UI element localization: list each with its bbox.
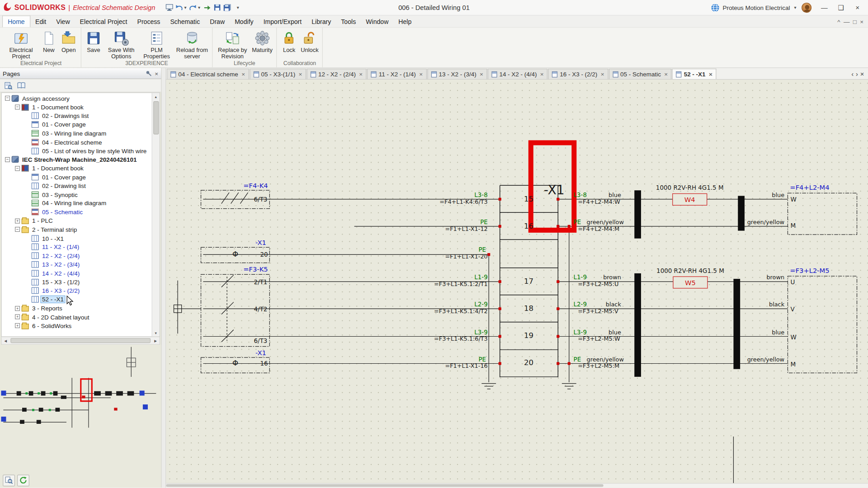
- tree-item[interactable]: +1 - PLC: [3, 216, 151, 225]
- close-tab-icon[interactable]: ×: [480, 71, 483, 78]
- wire-dest-label[interactable]: =F3+L1-K5.1:6/T3: [434, 335, 488, 342]
- close-tab-icon[interactable]: ×: [298, 71, 302, 78]
- wire-color-label[interactable]: green/yellow: [587, 356, 624, 363]
- tree-item[interactable]: 04 - Wiring line diagram: [3, 199, 151, 207]
- collapse-ribbon-icon[interactable]: ^: [837, 18, 840, 25]
- tree-item[interactable]: 01 - Cover page: [3, 120, 151, 129]
- lock-button[interactable]: Lock: [279, 29, 299, 54]
- collapse-icon[interactable]: −: [5, 157, 10, 162]
- tree-item[interactable]: 10 - -X1: [3, 234, 151, 243]
- menu-process[interactable]: Process: [132, 15, 165, 27]
- wire-color-label[interactable]: blue: [772, 192, 784, 198]
- component-tag[interactable]: =F3-K5: [243, 265, 268, 273]
- wire-dest-label[interactable]: =F3+L2-M5:U: [578, 281, 618, 287]
- document-tab[interactable]: 05 - X3-(1/1)×: [250, 69, 306, 79]
- wire-name-label[interactable]: PE: [478, 246, 486, 253]
- wire-dest-label[interactable]: =F4+L2-M4:W: [578, 198, 620, 205]
- zoom-preview-icon[interactable]: [3, 474, 15, 486]
- wire-dest-label[interactable]: =F3+L2-M5:M: [578, 362, 619, 369]
- wire-dest-label[interactable]: =F1+L1-X1-20: [445, 253, 487, 260]
- scrollbar-thumb[interactable]: [10, 338, 151, 343]
- wire-dest-label[interactable]: =F1+L1-X1-16: [445, 362, 487, 369]
- terminal-number[interactable]: 18: [524, 304, 533, 313]
- pin-label[interactable]: 6/T3: [254, 338, 268, 344]
- wire-dest-label[interactable]: =F3+L1-K5.1:4/T2: [434, 308, 488, 314]
- tree-item[interactable]: 12 - X2 - (2/4): [3, 251, 151, 260]
- document-tab[interactable]: 13 - X2 - (3/4)×: [427, 69, 487, 79]
- wire-color-label[interactable]: black: [769, 301, 785, 308]
- mdi-close-icon[interactable]: ×: [860, 18, 863, 25]
- open-button[interactable]: Open: [59, 29, 79, 54]
- export-icon[interactable]: [203, 3, 212, 13]
- page-preview-icon[interactable]: [2, 80, 14, 91]
- replace-by-revision-button[interactable]: Replace by Revision: [215, 29, 250, 61]
- wire-dest-label[interactable]: =F3+L1-K5.1:2/T1: [434, 281, 488, 287]
- scrollbar-thumb[interactable]: [153, 101, 159, 134]
- menu-view[interactable]: View: [51, 15, 75, 27]
- schematic-canvas[interactable]: -X1 15 16 17 18 19 20 =F4-K4 6/T3 -X1 Φ …: [166, 80, 868, 483]
- motor-tag[interactable]: =F3+L2-M5: [790, 267, 829, 274]
- viewer-icon[interactable]: [165, 3, 174, 13]
- pin-icon[interactable]: [146, 70, 151, 76]
- close-active-tab-icon[interactable]: ×: [860, 70, 864, 78]
- tree-item[interactable]: −1 - Document book: [3, 103, 151, 112]
- wire-color-label[interactable]: blue: [772, 329, 784, 336]
- scroll-down-icon[interactable]: ▼: [154, 329, 157, 337]
- wire-name-label[interactable]: PE: [574, 356, 581, 363]
- terminal-symbol[interactable]: Φ: [232, 250, 238, 258]
- wire-name-label[interactable]: L1-9: [474, 274, 487, 281]
- terminal-number[interactable]: 17: [524, 277, 533, 286]
- collapse-icon[interactable]: −: [15, 227, 20, 232]
- wire-dest-label[interactable]: =F3+L2-M5:V: [578, 308, 618, 314]
- menu-electrical-project[interactable]: Electrical Project: [75, 15, 132, 27]
- wire-color-label[interactable]: blue: [609, 329, 621, 336]
- tree-item[interactable]: 03 - Synoptic: [3, 190, 151, 199]
- document-tab[interactable]: 12 - X2 - (2/4)×: [307, 69, 367, 79]
- pin-label[interactable]: 2/T1: [254, 279, 268, 286]
- collapse-icon[interactable]: −: [15, 166, 20, 171]
- motor-tag[interactable]: =F4+L2-M4: [790, 183, 829, 191]
- menu-import-export[interactable]: Import/Export: [259, 15, 307, 27]
- tree-vertical-scrollbar[interactable]: ▲ ▼: [152, 93, 160, 337]
- restore-button[interactable]: ❑: [833, 1, 849, 14]
- tree-item[interactable]: 04 - Electrical scheme: [3, 138, 151, 146]
- scroll-left-icon[interactable]: ◀: [2, 338, 9, 343]
- expand-icon[interactable]: +: [15, 323, 20, 328]
- cable-spec[interactable]: 1000 R2V-RH 4G1.5 M: [656, 184, 724, 191]
- document-tab[interactable]: 05 - Schematic×: [609, 69, 671, 79]
- close-tab-icon[interactable]: ×: [241, 71, 245, 78]
- save-all-icon[interactable]: [223, 3, 232, 13]
- pin-label[interactable]: M: [791, 222, 796, 229]
- tree-item[interactable]: 13 - X2 - (3/4): [3, 260, 151, 269]
- terminal-number[interactable]: 19: [524, 331, 533, 340]
- component-tag[interactable]: =F4-K4: [243, 182, 268, 189]
- tree-item[interactable]: 52 - -X1: [3, 295, 151, 304]
- tree-item[interactable]: 05 - Schematic: [3, 208, 151, 216]
- scrollbar-thumb[interactable]: [166, 484, 603, 487]
- wire-name-label[interactable]: L3-8: [474, 192, 487, 198]
- pin-label[interactable]: M: [791, 361, 796, 368]
- close-button[interactable]: ×: [849, 1, 866, 14]
- tree-item[interactable]: 03 - Wiring line diagram: [3, 129, 151, 138]
- new-button[interactable]: New: [39, 29, 59, 54]
- menu-library[interactable]: Library: [307, 15, 336, 27]
- terminal-number[interactable]: 16: [524, 222, 533, 230]
- close-tab-icon[interactable]: ×: [709, 71, 712, 78]
- pin-label[interactable]: 16: [260, 360, 268, 367]
- pin-label[interactable]: 4/T2: [254, 306, 268, 313]
- save-button[interactable]: Save: [84, 29, 104, 54]
- scroll-up-icon[interactable]: ▲: [154, 93, 157, 100]
- terminal-number[interactable]: 20: [524, 358, 533, 367]
- wire-name-label[interactable]: L1-9: [574, 274, 587, 281]
- menu-home[interactable]: Home: [2, 15, 30, 27]
- tab-scroll-left-icon[interactable]: ‹: [851, 70, 854, 78]
- mdi-minimize-icon[interactable]: —: [844, 18, 849, 25]
- reload-from-server-button[interactable]: Reload from server: [175, 29, 210, 61]
- scroll-right-icon[interactable]: ▶: [152, 338, 160, 343]
- tree-item[interactable]: −IEC Strech-Wrap Machine_20240426101: [3, 155, 151, 164]
- close-panel-icon[interactable]: ×: [155, 70, 158, 77]
- component-tag[interactable]: -X1: [255, 349, 266, 357]
- minimize-button[interactable]: —: [816, 1, 833, 14]
- wire-name-label[interactable]: PE: [574, 219, 581, 225]
- menu-help[interactable]: Help: [393, 15, 416, 27]
